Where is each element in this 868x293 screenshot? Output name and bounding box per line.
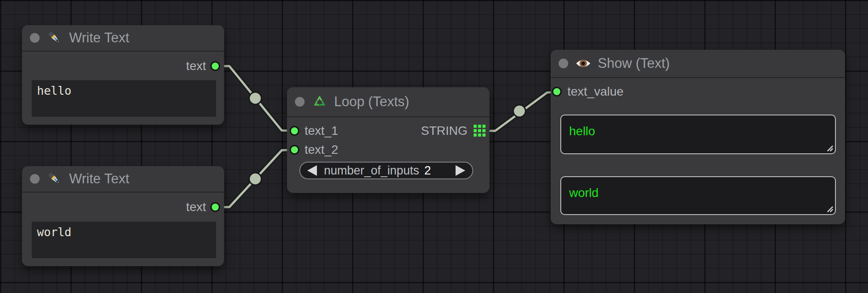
output-display-area-2[interactable]: world: [560, 176, 836, 215]
output-socket-string-grid[interactable]: [474, 125, 485, 137]
node-title: Write Text: [69, 30, 129, 46]
node-title: Write Text: [69, 171, 129, 187]
collapse-dot[interactable]: [295, 97, 305, 107]
wire-midpoint-dot[interactable]: [249, 173, 261, 185]
input-label-text-1: text_1: [305, 124, 338, 137]
displayed-value-2: world: [569, 186, 599, 200]
input-label-text-value: text_value: [567, 85, 624, 98]
output-display-area-1[interactable]: hello: [560, 115, 836, 154]
resize-grip-icon[interactable]: [826, 205, 834, 213]
output-socket-text[interactable]: [210, 61, 220, 71]
stepper-value: 2: [424, 164, 431, 178]
input-socket-text-2[interactable]: [290, 145, 299, 155]
output-label-string: STRING: [421, 124, 467, 137]
text-input-area[interactable]: world: [32, 222, 216, 258]
node-header[interactable]: Loop (Texts): [287, 87, 489, 117]
input-label-text-2: text_2: [305, 143, 338, 156]
eye-icon: [575, 56, 591, 72]
recycle-icon: [311, 94, 327, 110]
output-label-text: text: [186, 200, 206, 214]
stepper-increment-arrow-icon[interactable]: [456, 165, 465, 176]
node-loop-texts[interactable]: Loop (Texts) text_1 text_2 STRING number…: [287, 87, 489, 193]
collapse-dot[interactable]: [30, 33, 40, 43]
output-socket-text[interactable]: [210, 202, 220, 212]
displayed-value-1: hello: [569, 124, 595, 138]
input-socket-text-value[interactable]: [552, 87, 562, 96]
node-title: Loop (Texts): [334, 94, 409, 110]
stepper-label: number_of_inputs: [324, 164, 424, 178]
text-input-area[interactable]: hello: [32, 80, 216, 117]
input-socket-text-1[interactable]: [290, 126, 299, 136]
output-label-text: text: [186, 59, 206, 73]
collapse-dot[interactable]: [30, 174, 40, 184]
number-of-inputs-stepper[interactable]: number_of_inputs 2: [299, 162, 473, 179]
node-title: Show (Text): [598, 56, 670, 71]
wire-midpoint-dot[interactable]: [249, 92, 261, 104]
collapse-dot[interactable]: [559, 59, 568, 68]
node-header[interactable]: Write Text: [22, 166, 224, 193]
resize-grip-icon[interactable]: [826, 144, 834, 152]
node-header[interactable]: Show (Text): [551, 50, 845, 78]
wire-midpoint-dot[interactable]: [513, 105, 526, 117]
node-show-text[interactable]: Show (Text) text_value hello world: [551, 50, 845, 224]
fountain-pen-icon: [46, 30, 63, 46]
fountain-pen-icon: [46, 171, 63, 187]
node-write-text-1[interactable]: Write Text text hello: [22, 25, 224, 125]
stepper-decrement-arrow-icon[interactable]: [307, 165, 317, 176]
node-write-text-2[interactable]: Write Text text world: [22, 166, 224, 266]
node-header[interactable]: Write Text: [22, 25, 224, 52]
